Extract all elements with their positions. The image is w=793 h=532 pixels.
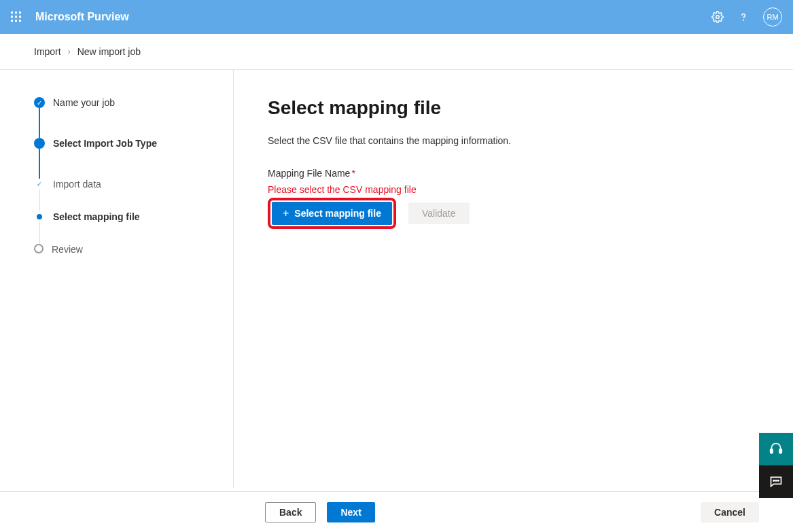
headset-widget[interactable]	[759, 433, 793, 465]
header-right: RM	[711, 7, 782, 26]
back-button[interactable]: Back	[265, 502, 316, 522]
svg-point-0	[716, 16, 720, 19]
check-icon	[34, 179, 45, 190]
step-connector	[39, 190, 40, 211]
validate-button: Validate	[408, 202, 470, 224]
next-button[interactable]: Next	[327, 502, 374, 522]
feedback-widget[interactable]	[759, 465, 793, 498]
button-label: Select mapping file	[294, 208, 381, 219]
step-review[interactable]: Review	[34, 244, 233, 255]
svg-point-6	[778, 480, 779, 482]
step-label: Review	[43, 244, 83, 255]
button-row: + Select mapping file Validate	[268, 198, 759, 229]
step-connector	[39, 108, 40, 138]
main-content: Select mapping file Select the CSV file …	[234, 70, 793, 488]
step-select-mapping[interactable]: Select mapping file	[34, 211, 233, 222]
chevron-right-icon: ›	[68, 47, 71, 56]
waffle-icon[interactable]	[11, 12, 22, 22]
page-description: Select the CSV file that contains the ma…	[268, 135, 759, 146]
footer: Back Next Cancel	[0, 491, 793, 532]
help-icon[interactable]	[737, 11, 750, 23]
svg-point-5	[775, 480, 777, 482]
avatar-initials: RM	[766, 13, 778, 21]
step-label: Name your job	[45, 97, 115, 108]
side-widgets	[759, 433, 793, 498]
highlight-annotation: + Select mapping file	[268, 198, 396, 229]
step-label: Select mapping file	[45, 211, 140, 222]
content-area: Name your job Select Import Job Type Imp…	[0, 70, 793, 488]
step-label: Import data	[45, 179, 101, 190]
plus-icon: +	[283, 207, 289, 219]
app-title: Microsoft Purview	[35, 11, 129, 23]
error-message: Please select the CSV mapping file	[268, 184, 759, 195]
current-step-icon	[34, 138, 45, 149]
svg-rect-2	[771, 449, 773, 453]
app-header: Microsoft Purview RM	[0, 0, 793, 34]
page-title: Select mapping file	[268, 97, 759, 119]
header-left: Microsoft Purview	[11, 11, 129, 23]
current-substep-icon	[37, 214, 42, 219]
svg-rect-3	[779, 449, 781, 453]
step-connector	[39, 149, 40, 179]
field-label: Mapping File Name*	[268, 168, 759, 179]
wizard-steps: Name your job Select Import Job Type Imp…	[0, 70, 234, 488]
footer-left: Back Next	[265, 502, 375, 522]
select-mapping-file-button[interactable]: + Select mapping file	[272, 202, 392, 225]
cancel-button[interactable]: Cancel	[701, 502, 759, 522]
required-indicator: *	[351, 168, 355, 179]
pending-step-icon	[34, 244, 43, 253]
check-icon	[34, 97, 45, 108]
breadcrumb: Import › New import job	[0, 34, 793, 70]
breadcrumb-root[interactable]: Import	[34, 46, 61, 57]
svg-point-4	[773, 480, 775, 482]
avatar[interactable]: RM	[763, 7, 782, 26]
svg-point-1	[743, 20, 744, 20]
breadcrumb-current: New import job	[77, 46, 141, 57]
step-connector	[39, 222, 40, 244]
step-select-type[interactable]: Select Import Job Type	[34, 138, 233, 149]
gear-icon[interactable]	[711, 11, 724, 23]
step-name-job[interactable]: Name your job	[34, 97, 233, 108]
step-label: Select Import Job Type	[45, 138, 157, 149]
step-import-data[interactable]: Import data	[34, 179, 233, 190]
